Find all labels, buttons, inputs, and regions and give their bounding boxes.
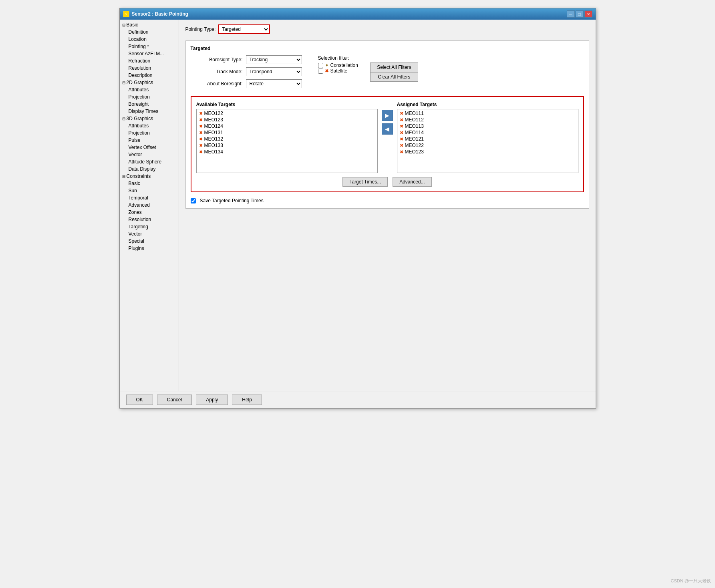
sidebar-item-c-basic[interactable]: Basic	[120, 180, 179, 187]
sidebar-item-3d-pulse[interactable]: Pulse	[120, 137, 179, 144]
constellation-checkbox[interactable]	[318, 63, 323, 68]
title-controls: ─ □ ✕	[567, 10, 592, 18]
main-window: S Sensor2 : Basic Pointing ─ □ ✕ Basic D…	[119, 8, 596, 409]
sidebar-item-c-targeting[interactable]: Targeting	[120, 223, 179, 230]
sidebar-item-3d-vertexoffset[interactable]: Vertex Offset	[120, 144, 179, 151]
targets-actions: Target Times... Advanced...	[196, 177, 578, 187]
sidebar-group-3dgraphics[interactable]: 3D Graphics	[120, 115, 179, 122]
maximize-button[interactable]: □	[576, 10, 584, 18]
sidebar-item-3d-vector[interactable]: Vector	[120, 151, 179, 158]
sat-icon: ✖	[199, 130, 203, 135]
sat-icon: ✖	[199, 149, 203, 155]
sidebar-item-c-vector[interactable]: Vector	[120, 230, 179, 238]
list-item[interactable]: ✖ MEO112	[398, 117, 577, 123]
selection-filter-label: Selection filter:	[318, 55, 418, 61]
window-title: Sensor2 : Basic Pointing	[132, 11, 188, 17]
assigned-item-2: MEO112	[405, 117, 424, 123]
sidebar-item-c-plugins[interactable]: Plugins	[120, 245, 179, 252]
clear-all-filters-button[interactable]: Clear All Filters	[370, 72, 418, 82]
track-mode-label: Track Mode:	[191, 69, 243, 75]
assigned-targets-list[interactable]: ✖ MEO111 ✖ MEO112 ✖ MEO113	[397, 109, 578, 173]
sidebar-item-sensorazel[interactable]: Sensor AzEl M...	[120, 50, 179, 57]
assigned-item-3: MEO113	[405, 123, 424, 129]
sidebar-item-c-resolution[interactable]: Resolution	[120, 216, 179, 223]
sat-icon: ✖	[199, 143, 203, 148]
track-mode-select[interactable]: Transpond Lead Lag	[246, 67, 302, 76]
move-left-button[interactable]: ◀	[382, 123, 393, 135]
satellite-checkbox[interactable]	[318, 68, 323, 74]
title-bar-left: S Sensor2 : Basic Pointing	[123, 11, 188, 17]
about-boresight-select[interactable]: Rotate Fixed	[246, 79, 302, 88]
advanced-button[interactable]: Advanced...	[393, 177, 431, 187]
assigned-item-6: MEO122	[405, 143, 424, 148]
move-right-button[interactable]: ▶	[382, 110, 393, 121]
boresight-type-row: Boresight Type: Tracking Fixed SunTracki…	[191, 55, 302, 64]
sidebar-item-3d-attitudesphere[interactable]: Attitude Sphere	[120, 158, 179, 165]
satellite-label: Satellite	[330, 68, 348, 74]
available-item-6: MEO133	[204, 143, 223, 148]
boresight-type-select[interactable]: Tracking Fixed SunTracking	[246, 55, 302, 64]
apply-button[interactable]: Apply	[196, 395, 228, 405]
sidebar-group-basic[interactable]: Basic	[120, 21, 179, 28]
list-item[interactable]: ✖ MEO132	[197, 136, 377, 142]
sidebar-item-3d-attributes[interactable]: Attributes	[120, 122, 179, 129]
sidebar-item-c-special[interactable]: Special	[120, 238, 179, 245]
sidebar-item-description[interactable]: Description	[120, 72, 179, 79]
list-item[interactable]: ✖ MEO124	[197, 123, 377, 129]
sidebar-item-c-advanced[interactable]: Advanced	[120, 201, 179, 209]
sat-icon: ✖	[400, 124, 403, 129]
list-item[interactable]: ✖ MEO113	[398, 123, 577, 129]
ok-button[interactable]: OK	[126, 395, 153, 405]
pointing-type-select[interactable]: Fixed Targeted BodyFixed NadirPointing S…	[218, 24, 270, 34]
list-item[interactable]: ✖ MEO122	[197, 110, 377, 117]
sidebar-item-2d-attributes[interactable]: Attributes	[120, 86, 179, 93]
sidebar-item-3d-datadisplay[interactable]: Data Display	[120, 165, 179, 173]
sidebar-item-2d-displaytimes[interactable]: Display Times	[120, 108, 179, 115]
sidebar-item-c-zones[interactable]: Zones	[120, 209, 179, 216]
minimize-button[interactable]: ─	[567, 10, 575, 18]
assigned-item-4: MEO114	[405, 130, 424, 135]
list-item[interactable]: ✖ MEO133	[197, 142, 377, 149]
list-item[interactable]: ✖ MEO111	[398, 110, 577, 117]
sidebar-item-pointing[interactable]: Pointing *	[120, 43, 179, 50]
assigned-targets-col: Assigned Targets ✖ MEO111 ✖ MEO112	[397, 102, 578, 173]
pointing-type-row: Pointing Type: Fixed Targeted BodyFixed …	[185, 24, 589, 34]
sidebar-item-location[interactable]: Location	[120, 36, 179, 43]
target-times-button[interactable]: Target Times...	[342, 177, 388, 187]
sidebar-item-2d-boresight[interactable]: Boresight	[120, 101, 179, 108]
cancel-button[interactable]: Cancel	[157, 395, 192, 405]
sat-icon: ✖	[400, 149, 403, 155]
available-item-2: MEO123	[204, 117, 223, 123]
sidebar-item-c-temporal[interactable]: Temporal	[120, 194, 179, 201]
close-button[interactable]: ✕	[584, 10, 592, 18]
list-item[interactable]: ✖ MEO134	[197, 149, 377, 155]
list-item[interactable]: ✖ MEO121	[398, 136, 577, 142]
sidebar-item-2d-projection[interactable]: Projection	[120, 93, 179, 101]
sidebar-item-c-sun[interactable]: Sun	[120, 187, 179, 194]
list-item[interactable]: ✖ MEO123	[197, 117, 377, 123]
assigned-targets-label: Assigned Targets	[397, 102, 578, 107]
sidebar-item-refraction[interactable]: Refraction	[120, 57, 179, 64]
constellation-label: Constellation	[330, 62, 358, 68]
sidebar-item-definition[interactable]: Definition	[120, 28, 179, 36]
constellation-icon: ✦	[325, 62, 329, 68]
track-mode-row: Track Mode: Transpond Lead Lag	[191, 67, 302, 76]
save-targeted-checkbox[interactable]	[191, 198, 196, 203]
sat-icon: ✖	[400, 111, 403, 116]
assigned-item-5: MEO121	[405, 136, 424, 142]
list-item[interactable]: ✖ MEO123	[398, 149, 577, 155]
assigned-item-1: MEO111	[405, 111, 424, 116]
help-button[interactable]: Help	[232, 395, 262, 405]
available-targets-list[interactable]: ✖ MEO122 ✖ MEO123 ✖ MEO124	[196, 109, 378, 173]
sidebar-group-constraints[interactable]: Constraints	[120, 173, 179, 180]
list-item[interactable]: ✖ MEO114	[398, 129, 577, 136]
about-boresight-label: About Boresight:	[191, 81, 243, 87]
sidebar-item-resolution[interactable]: Resolution	[120, 64, 179, 72]
list-item[interactable]: ✖ MEO122	[398, 142, 577, 149]
select-all-filters-button[interactable]: Select All Filters	[370, 62, 418, 72]
list-item[interactable]: ✖ MEO131	[197, 129, 377, 136]
targets-panel: Available Targets ✖ MEO122 ✖ MEO123	[191, 96, 584, 192]
sidebar-item-3d-projection[interactable]: Projection	[120, 129, 179, 137]
window-body: Basic Definition Location Pointing * Sen…	[120, 20, 596, 391]
sidebar-group-2dgraphics[interactable]: 2D Graphics	[120, 79, 179, 86]
